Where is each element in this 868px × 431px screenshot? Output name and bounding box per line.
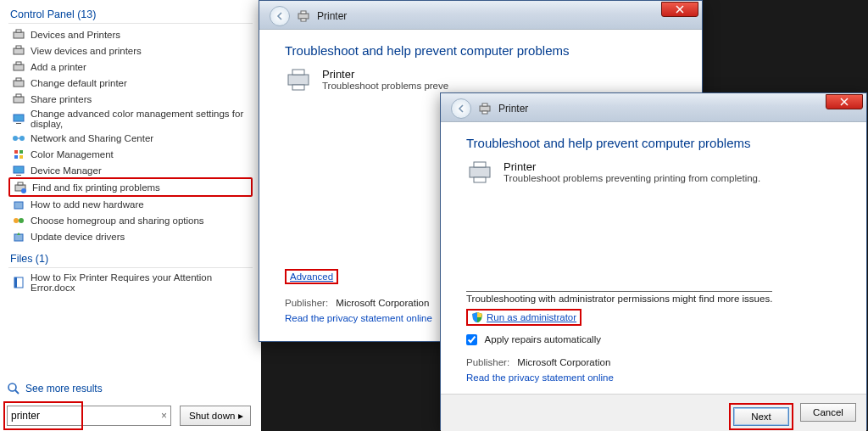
item-icon	[12, 76, 25, 90]
item-icon	[12, 132, 25, 145]
svg-rect-37	[292, 85, 304, 90]
breadcrumb: Printer	[317, 10, 347, 22]
file-item[interactable]: How to Fix Printer Requires your Attenti…	[8, 271, 253, 294]
cancel-button[interactable]: Cancel	[800, 403, 856, 422]
item-icon	[12, 164, 25, 177]
svg-rect-1	[16, 30, 21, 32]
svg-rect-24	[14, 202, 23, 209]
svg-rect-2	[14, 48, 24, 54]
svg-rect-34	[301, 19, 306, 21]
control-panel-item[interactable]: How to add new hardware	[8, 196, 253, 212]
item-icon	[12, 148, 25, 161]
see-more-text: See more results	[25, 383, 103, 395]
item-icon	[14, 181, 27, 194]
control-panel-item[interactable]: Color Management	[8, 146, 253, 162]
item-icon	[12, 214, 25, 227]
troubleshooter-name: Printer	[322, 68, 448, 81]
item-label: Choose homegroup and sharing options	[31, 216, 204, 226]
svg-point-12	[13, 136, 18, 141]
item-label: Find and fix printing problems	[32, 182, 160, 193]
svg-point-25	[14, 218, 19, 223]
highlight-box: Find and fix printing problems	[8, 177, 253, 197]
control-panel-item[interactable]: Network and Sharing Center	[8, 130, 253, 146]
breadcrumb: Printer	[498, 103, 528, 115]
back-button[interactable]	[451, 98, 471, 119]
svg-point-26	[19, 218, 24, 223]
item-icon	[12, 44, 25, 58]
svg-point-23	[21, 188, 26, 193]
privacy-statement-link[interactable]: Read the privacy statement online	[285, 313, 432, 323]
printer-icon	[466, 160, 493, 184]
item-label: Network and Sharing Center	[31, 133, 153, 143]
run-as-administrator-link[interactable]: Run as administrator	[487, 312, 576, 322]
publisher-label: Publisher:	[466, 357, 509, 367]
next-button[interactable]: Next	[733, 407, 789, 426]
svg-rect-40	[482, 111, 487, 114]
shutdown-label: Shut down	[189, 411, 235, 421]
svg-rect-32	[298, 14, 309, 19]
svg-rect-41	[470, 167, 490, 177]
item-icon	[12, 60, 25, 74]
close-button[interactable]	[826, 94, 863, 109]
troubleshooter-description: Troubleshoot problems preventing printin…	[504, 173, 760, 183]
uac-shield-icon	[471, 311, 483, 323]
apply-repairs-checkbox[interactable]	[466, 334, 477, 345]
svg-rect-39	[482, 104, 487, 106]
control-panel-item[interactable]: Update device drivers	[8, 228, 253, 244]
svg-rect-8	[14, 97, 24, 103]
start-menu-search-input[interactable]	[11, 410, 161, 422]
troubleshooter-description: Troubleshoot problems preve	[322, 81, 448, 91]
control-panel-item[interactable]: Change advanced color management setting…	[8, 107, 253, 130]
shutdown-button[interactable]: Shut down ▸	[180, 406, 251, 426]
svg-rect-17	[14, 155, 18, 159]
start-menu-search-input-container[interactable]: ×	[7, 406, 171, 426]
publisher-value: Microsoft Corporation	[336, 298, 429, 308]
item-icon	[12, 230, 25, 243]
back-button[interactable]	[270, 6, 290, 26]
window-titlebar: Printer	[441, 93, 866, 122]
svg-point-13	[19, 136, 25, 141]
troubleshooter-name: Printer	[504, 160, 760, 173]
item-icon	[12, 198, 25, 211]
printer-icon	[478, 103, 492, 115]
control-panel-item[interactable]: Device Manager	[8, 162, 253, 178]
files-heading: Files (1)	[8, 249, 253, 268]
item-label: Update device drivers	[31, 232, 125, 242]
dialog-title: Troubleshoot and help prevent computer p…	[259, 30, 702, 61]
see-more-results-link[interactable]: See more results	[7, 382, 103, 395]
item-label: Devices and Printers	[31, 30, 120, 40]
chevron-right-icon: ▸	[238, 410, 243, 422]
item-icon	[12, 28, 25, 42]
control-panel-item[interactable]: Choose homegroup and sharing options	[8, 212, 253, 228]
printer-icon	[297, 10, 310, 22]
control-panel-item[interactable]: Find and fix printing problems	[10, 179, 251, 195]
control-panel-item[interactable]: View devices and printers	[8, 42, 253, 59]
svg-rect-20	[16, 175, 21, 176]
admin-permissions-note: Troubleshooting with administrator permi…	[466, 291, 772, 304]
docx-icon	[12, 276, 25, 289]
svg-rect-0	[14, 32, 24, 38]
svg-rect-5	[16, 62, 21, 64]
svg-rect-35	[288, 75, 309, 85]
publisher-label: Publisher:	[285, 298, 328, 308]
svg-rect-9	[16, 94, 21, 97]
file-label: How to Fix Printer Requires your Attenti…	[31, 272, 249, 293]
item-label: How to add new hardware	[31, 199, 144, 210]
svg-rect-33	[301, 11, 306, 14]
clear-search-icon[interactable]: ×	[161, 410, 167, 422]
control-panel-item[interactable]: Change default printer	[8, 75, 253, 91]
advanced-link[interactable]: Advanced	[290, 271, 333, 282]
control-panel-item[interactable]: Share printers	[8, 91, 253, 107]
svg-rect-18	[19, 155, 23, 159]
item-label: Change default printer	[31, 78, 127, 88]
dialog-footer: Next Cancel	[441, 394, 866, 431]
svg-rect-36	[292, 70, 304, 75]
control-panel-item[interactable]: Add a printer	[8, 59, 253, 75]
control-panel-item[interactable]: Devices and Printers	[8, 26, 253, 42]
svg-rect-38	[480, 106, 490, 111]
svg-rect-19	[14, 166, 24, 173]
control-panel-heading: Control Panel (13)	[8, 5, 253, 24]
svg-rect-10	[14, 115, 24, 121]
privacy-statement-link[interactable]: Read the privacy statement online	[466, 372, 614, 383]
close-button[interactable]	[661, 2, 698, 17]
